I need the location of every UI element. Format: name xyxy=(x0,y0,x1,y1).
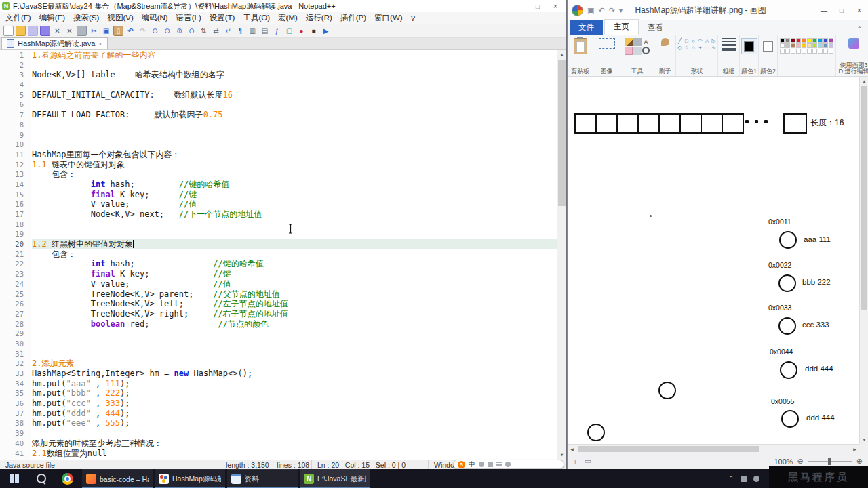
zoom-slider[interactable] xyxy=(808,461,852,462)
shape-icon[interactable]: ◠ xyxy=(697,38,703,44)
palette-color[interactable] xyxy=(796,43,801,48)
code-line-19[interactable] xyxy=(32,229,557,239)
palette-color[interactable] xyxy=(812,43,817,48)
shape-icon[interactable]: ⌂ xyxy=(690,45,696,51)
redo-icon[interactable]: ↷ xyxy=(609,6,615,15)
color-picker-tool-icon[interactable] xyxy=(633,47,642,55)
code-line-34[interactable]: hm.put("aaa" , 111); xyxy=(32,379,557,389)
code-line-33[interactable]: HashMap<String,Integer> hm = new HashMap… xyxy=(32,369,557,379)
search-button[interactable] xyxy=(28,469,54,488)
paint-maximize-button[interactable]: □ xyxy=(833,5,850,16)
shape-icon[interactable]: ╱ xyxy=(677,38,683,44)
zoom-in-button[interactable]: ⊕ xyxy=(856,457,863,466)
close-doc-icon[interactable]: ✕ xyxy=(52,26,62,36)
palette-color[interactable] xyxy=(791,38,795,43)
shape-icon[interactable]: ▭ xyxy=(704,45,710,51)
cut-icon[interactable]: ✂ xyxy=(89,26,99,36)
palette-color[interactable] xyxy=(807,38,812,43)
ribbon-collapse-icon[interactable]: ⌃ xyxy=(856,26,868,35)
tray-icon[interactable] xyxy=(753,476,760,482)
paste-clipboard-icon[interactable] xyxy=(574,38,587,54)
color2-swatch[interactable] xyxy=(760,38,776,54)
select-tool-icon[interactable] xyxy=(599,38,615,49)
sogou-input-bar[interactable]: S 中 xyxy=(453,460,564,469)
tray-chevron-up-icon[interactable]: ⌃ xyxy=(728,475,734,482)
function-list-icon[interactable]: ƒ xyxy=(272,26,282,36)
tab-close-icon[interactable]: × xyxy=(98,41,102,47)
sync-vertical-icon[interactable]: ⇅ xyxy=(199,26,209,36)
code-line-9[interactable] xyxy=(32,130,557,140)
maximize-button[interactable]: □ xyxy=(529,1,547,12)
code-line-27[interactable]: TreeNode<K,V> right; //右子节点的地址值 xyxy=(32,309,557,319)
menu-item-0[interactable]: 文件(F) xyxy=(1,13,35,23)
find-icon[interactable]: ⊙ xyxy=(150,26,160,36)
code-line-13[interactable]: 包含： xyxy=(32,169,557,180)
code-line-28[interactable]: boolean red; //节点的颜色 xyxy=(32,319,557,329)
menu-item-3[interactable]: 视图(V) xyxy=(103,13,137,23)
code-line-15[interactable]: final K key; //键 xyxy=(32,190,557,200)
tab-view[interactable]: 查看 xyxy=(639,20,672,35)
shape-icon[interactable]: △ xyxy=(704,38,710,44)
menu-item-12[interactable]: ? xyxy=(407,14,419,22)
code-line-5[interactable]: DEFAULT_INITIAL_CAPACITY: 数组默认长度16 xyxy=(32,90,557,100)
palette-color[interactable] xyxy=(807,43,812,48)
palette-color[interactable] xyxy=(780,38,785,43)
code-line-1[interactable]: 1.看源码之前需要了解的一些内容 xyxy=(32,50,557,60)
notepadpp-titlebar[interactable]: N F:\JavaSE最新版\day24-集合（Map&Stream流&异常）\… xyxy=(0,0,566,12)
zoom-out-icon[interactable]: ⊖ xyxy=(186,26,197,36)
save-icon[interactable] xyxy=(28,26,38,36)
ribbon-group-color1[interactable]: 颜色1 xyxy=(740,35,759,76)
code-line-20[interactable]: 1.2 红黑树中的键值对对象 xyxy=(32,239,557,249)
sync-horizontal-icon[interactable]: ⇄ xyxy=(211,26,221,36)
shape-icon[interactable]: ∿ xyxy=(711,45,717,51)
ribbon-group-color2[interactable]: 颜色2 xyxy=(759,35,778,76)
save-icon[interactable]: ▣ xyxy=(587,6,594,15)
palette-color[interactable] xyxy=(818,49,823,54)
shape-icon[interactable]: ○ xyxy=(690,38,696,44)
code-line-32[interactable]: 2.添加元素 xyxy=(32,359,557,369)
brush-icon[interactable] xyxy=(661,38,669,46)
menu-item-7[interactable]: 工具(O) xyxy=(239,13,274,23)
palette-color[interactable] xyxy=(796,49,801,54)
text-tool-icon[interactable]: A xyxy=(642,38,650,46)
palette-color[interactable] xyxy=(796,38,801,43)
code-line-40[interactable]: 添加元素的时候至少考虑三种情况： xyxy=(32,439,557,449)
code-line-35[interactable]: hm.put("bbb" , 222); xyxy=(32,388,557,399)
sogou-toolbox-icon[interactable] xyxy=(505,462,511,467)
palette-color[interactable] xyxy=(807,49,812,54)
code-line-17[interactable]: Node<K,V> next; //下一个节点的地址值 xyxy=(32,209,557,220)
scroll-up-icon[interactable]: ▲ xyxy=(860,77,868,85)
copy-icon[interactable]: ▣ xyxy=(101,26,111,36)
code-line-24[interactable]: V value; //值 xyxy=(32,279,557,289)
editor-area[interactable]: 1234567891011121314151617181920212223242… xyxy=(0,50,566,460)
close-all-icon[interactable]: ✕ xyxy=(64,26,75,36)
sogou-skin-icon[interactable] xyxy=(488,462,493,467)
taskbar-app-notepadpp[interactable]: N F:\JavaSE最新版\d... xyxy=(300,469,370,488)
paint-minimize-button[interactable]: — xyxy=(815,5,833,16)
replace-icon[interactable]: ⊙ xyxy=(162,26,172,36)
shape-icon[interactable]: ▷ xyxy=(711,38,717,44)
tab-hashmap-java[interactable]: HashMap源码解读.java × xyxy=(1,37,108,49)
ribbon-group-shapes[interactable]: ╱□○◠△▷◇☆⌂+▭∿ 形状 xyxy=(676,35,718,76)
palette-color[interactable] xyxy=(785,43,790,48)
menu-item-1[interactable]: 编辑(E) xyxy=(35,13,69,23)
taskbar-app-paint[interactable]: HashMap源码超... xyxy=(155,469,225,488)
play-macro-icon[interactable]: ▶ xyxy=(321,26,331,36)
save-all-icon[interactable] xyxy=(40,26,50,36)
code-line-2[interactable] xyxy=(32,60,557,70)
redo-icon[interactable]: ↷ xyxy=(138,26,148,36)
menu-item-10[interactable]: 插件(P) xyxy=(336,13,370,23)
scroll-thumb[interactable] xyxy=(558,60,566,206)
menu-item-8[interactable]: 宏(M) xyxy=(274,13,302,23)
menu-item-6[interactable]: 设置(T) xyxy=(205,13,239,23)
paint3d-icon[interactable] xyxy=(848,38,859,49)
zoom-out-button[interactable]: ⊖ xyxy=(797,457,804,466)
chrome-taskbar-button[interactable] xyxy=(54,469,80,488)
record-macro-icon[interactable]: ● xyxy=(296,26,307,36)
scroll-left-icon[interactable]: ◀ xyxy=(568,447,576,451)
code-line-14[interactable]: int hash; //键的哈希值 xyxy=(32,180,557,190)
code-line-37[interactable]: hm.put("ddd" , 444); xyxy=(32,409,557,419)
palette-color[interactable] xyxy=(829,43,833,48)
palette-color[interactable] xyxy=(823,49,828,54)
zoom-slider-thumb[interactable] xyxy=(828,458,831,465)
